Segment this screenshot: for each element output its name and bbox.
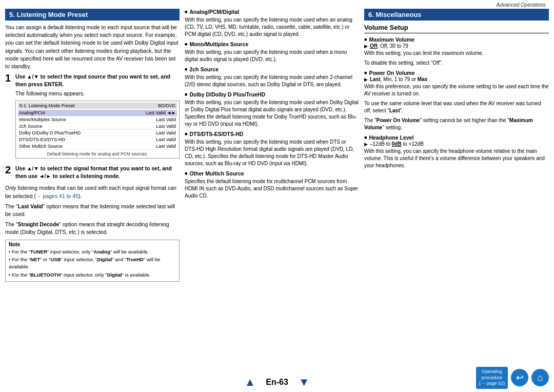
- dolby-text: With this setting, you can specify the l…: [185, 99, 359, 128]
- other-title: Other Multich Source: [185, 170, 359, 177]
- mono-title: Mono/Multiplex Source: [185, 41, 359, 47]
- headphone-option: –12dB to 0dB to +12dB: [364, 141, 549, 147]
- power-on-text1: With this preference, you can specify th…: [364, 83, 549, 97]
- power-on-text2: To use the same volume level that was us…: [364, 100, 549, 114]
- dts-title: DTS/DTS-ES/DTS-HD: [185, 131, 359, 137]
- dts-text: With this setting, you can specify the l…: [185, 139, 359, 167]
- step2-note1: Only listening modes that can be used wi…: [5, 184, 180, 200]
- menu-row-0: Analog/PCM Last Valid ◄►: [18, 110, 177, 116]
- volume-setup-title: Volume Setup: [364, 24, 549, 33]
- mono-text: With this setting, you can specify the l…: [185, 49, 359, 63]
- section5-intro: You can assign a default listening mode …: [5, 24, 180, 70]
- 2ch-title: 2ch Source: [185, 66, 359, 72]
- menu-table: 5-1. Listening Mode Preset BD/DVD Analog…: [15, 101, 180, 159]
- note-item-2: • For the "NET" or "USB" input selector,…: [9, 256, 176, 270]
- page-wrapper: Advanced Operations 5. Listening Mode Pr…: [0, 0, 554, 392]
- 2ch-text: With this setting, you can specify the l…: [185, 74, 359, 88]
- main-content: 5. Listening Mode Preset You can assign …: [0, 9, 554, 373]
- bottom-bar: ▲ En-63 ▼ Operating procedure (→ page 52…: [0, 373, 554, 392]
- next-page-arrow[interactable]: ▼: [299, 376, 310, 389]
- note-title: Note: [9, 242, 176, 247]
- section6-header: 6. Miscellaneous: [364, 9, 549, 21]
- max-vol-subsection: Maximum Volume Off, Off, 30 to 79 With t…: [364, 36, 549, 67]
- 2ch-subsection: 2ch Source With this setting, you can sp…: [185, 66, 359, 88]
- menu-row-1: Mono/Multiplex Source Last Valid: [18, 116, 177, 123]
- prev-page-arrow[interactable]: ▲: [244, 376, 255, 389]
- menu-row-5: Other Multich Source Last Valid: [18, 143, 177, 150]
- max-vol-text1: With this setting, you can limit the max…: [364, 50, 549, 57]
- other-subsection: Other Multich Source Specifies the defau…: [185, 170, 359, 200]
- note-item-3: • For the "BLUETOOTH" input selector, on…: [9, 271, 176, 279]
- analog-text: With this setting, you can specify the l…: [185, 16, 359, 38]
- operating-procedure-button[interactable]: Operating procedure (→ page 52): [476, 367, 508, 389]
- home-button[interactable]: ⌂: [531, 369, 549, 386]
- power-on-option: Last, Min, 1 to 79 or Max: [364, 76, 549, 82]
- col-left: 5. Listening Mode Preset You can assign …: [5, 9, 180, 373]
- analog-subsection: Analog/PCM/Digital With this setting, yo…: [185, 9, 359, 38]
- dolby-title: Dolby D/Dolby D Plus/TrueHD: [185, 91, 359, 97]
- note-item-1: • For the "TUNER" input selector, only "…: [9, 248, 176, 256]
- advanced-operations-label: Advanced Operations: [0, 0, 554, 9]
- step1-num: 1: [5, 73, 13, 162]
- mono-subsection: Mono/Multiplex Source With this setting,…: [185, 41, 359, 63]
- bottom-right: Operating procedure (→ page 52) ↩ ⌂: [476, 367, 549, 389]
- section5-header: 5. Listening Mode Preset: [5, 9, 180, 21]
- menu-table-title: 5-1. Listening Mode Preset BD/DVD: [18, 103, 177, 109]
- menu-row-3: Dolby D/Dolby D Plus/TrueHD Last Valid: [18, 130, 177, 136]
- step2-content: Use ▲/▼ to select the signal format that…: [15, 165, 180, 181]
- bottom-center: ▲ En-63 ▼: [244, 376, 309, 389]
- col-middle: Analog/PCM/Digital With this setting, yo…: [185, 9, 359, 373]
- menu-row-2: 2ch Source Last Valid: [18, 123, 177, 130]
- step1-instruction: Use ▲/▼ to select the input source that …: [15, 73, 180, 88]
- step1-content: Use ▲/▼ to select the input source that …: [15, 73, 180, 162]
- menu-row-4: DTS/DTS-ES/DTS-HD Last Valid: [18, 136, 177, 143]
- back-button[interactable]: ↩: [511, 369, 528, 386]
- step2-note2: The "Last Valid" option means that the l…: [5, 203, 180, 218]
- headphone-title: ■Headphone Level: [364, 134, 549, 141]
- headphone-text: With this setting, you can specify the h…: [364, 148, 549, 169]
- step2-instruction: Use ▲/▼ to select the signal format that…: [15, 165, 180, 180]
- note-box: Note • For the "TUNER" input selector, o…: [5, 240, 180, 282]
- analog-title: Analog/PCM/Digital: [185, 9, 359, 15]
- step2-note3: The "Straight Decode" option means that …: [5, 221, 180, 236]
- pages-link[interactable]: → pages 41 to 45: [36, 193, 78, 199]
- max-vol-text2: To disable this setting, select "Off".: [364, 60, 549, 67]
- step2-num: 2: [5, 165, 13, 181]
- step2: 2 Use ▲/▼ to select the signal format th…: [5, 165, 180, 181]
- power-on-title: ■Power On Volume: [364, 70, 549, 76]
- page-number: En-63: [266, 378, 288, 387]
- max-vol-title: Maximum Volume: [364, 36, 549, 43]
- headphone-subsection: ■Headphone Level –12dB to 0dB to +12dB W…: [364, 134, 549, 169]
- dolby-subsection: Dolby D/Dolby D Plus/TrueHD With this se…: [185, 91, 359, 128]
- menu-table-caption: Default listening mode for analog and PC…: [18, 151, 177, 156]
- power-on-subsection: ■Power On Volume Last, Min, 1 to 79 or M…: [364, 70, 549, 131]
- power-on-text3: The "Power On Volume" setting cannot be …: [364, 117, 549, 131]
- col-right: 6. Miscellaneous Volume Setup Maximum Vo…: [364, 9, 549, 373]
- other-text: Specifies the default listening mode for…: [185, 178, 359, 200]
- step1: 1 Use ▲/▼ to select the input source tha…: [5, 73, 180, 162]
- dts-subsection: DTS/DTS-ES/DTS-HD With this setting, you…: [185, 131, 359, 167]
- max-vol-option: Off, Off, 30 to 79: [364, 43, 549, 49]
- step1-sub: The following menu appears.: [15, 90, 180, 97]
